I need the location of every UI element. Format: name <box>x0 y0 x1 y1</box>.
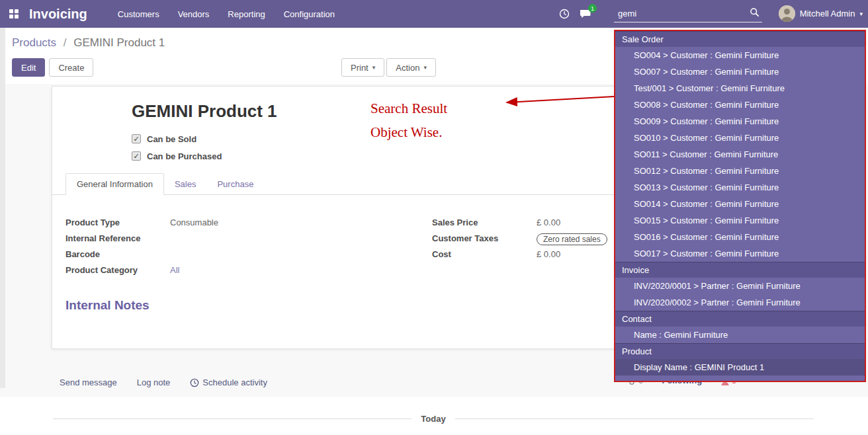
left-edge-strip <box>0 28 5 388</box>
nav-menu-item-customers[interactable]: Customers <box>118 7 159 22</box>
fields-right-column: Sales Price £ 0.00 Customer Taxes Zero r… <box>432 218 614 265</box>
nav-menu-item-configuration[interactable]: Configuration <box>284 7 335 22</box>
breadcrumb: Products / GEMINI Product 1 <box>12 36 165 50</box>
breadcrumb-separator: / <box>64 36 67 49</box>
field-label: Product Type <box>65 218 170 227</box>
annotation-arrow <box>498 91 617 111</box>
action-label: Action <box>396 63 419 73</box>
breadcrumb-current: GEMINI Product 1 <box>73 36 165 49</box>
search-result-item[interactable]: SO009 > Customer : Gemini Furniture <box>615 113 865 130</box>
search-icon[interactable] <box>750 7 760 19</box>
can-be-sold-checkbox[interactable]: ✓ <box>132 134 141 143</box>
field-label: Barcode <box>65 249 170 259</box>
avatar <box>779 5 795 22</box>
search-result-item[interactable]: SO010 > Customer : Gemini Furniture <box>615 130 865 146</box>
search-result-item[interactable]: SO012 > Customer : Gemini Furniture <box>615 163 865 179</box>
clock-icon <box>190 378 199 387</box>
search-results-dropdown: Sale OrderSO004 > Customer : Gemini Furn… <box>614 30 866 382</box>
annotation-text: Search Result Object Wise. <box>370 97 447 144</box>
apps-menu-icon[interactable] <box>9 9 19 19</box>
product-category-link[interactable]: All <box>170 265 179 275</box>
fields-left-column: Product Type Consumable Internal Referen… <box>65 218 423 281</box>
search-result-item[interactable]: Display Name : GEMINI Product 1 <box>615 359 865 376</box>
internal-reference-row: Internal Reference <box>65 233 423 246</box>
sales-price-row: Sales Price £ 0.00 <box>432 218 614 230</box>
search-result-item[interactable]: SO011 > Customer : Gemini Furniture <box>615 146 865 163</box>
navbar-search[interactable]: gemi <box>614 5 762 22</box>
search-result-item[interactable]: SO016 > Customer : Gemini Furniture <box>615 229 865 245</box>
search-result-item[interactable]: SO004 > Customer : Gemini Furniture <box>615 47 865 63</box>
notebook-tabs: General Information Sales Purchase <box>52 174 618 195</box>
customer-taxes-row: Customer Taxes Zero rated sales <box>432 233 614 246</box>
search-result-item[interactable]: SO017 > Customer : Gemini Furniture <box>615 245 865 262</box>
field-label: Internal Reference <box>65 233 170 243</box>
search-result-item[interactable]: Test/001 > Customer : Gemini Furniture <box>615 80 865 97</box>
product-category-row: Product Category All <box>65 265 423 278</box>
main-menu: CustomersVendorsReportingConfiguration <box>118 7 335 22</box>
check-icon: ✓ <box>133 152 139 161</box>
activities-icon[interactable] <box>559 9 570 21</box>
search-input[interactable]: gemi <box>614 9 750 19</box>
search-result-item[interactable]: INV/2020/0001 > Partner : Gemini Furnitu… <box>615 278 865 294</box>
product-type-value: Consumable <box>170 218 218 227</box>
search-group-sale-order: Sale Order <box>615 31 865 47</box>
can-be-sold-label: Can be Sold <box>147 134 196 144</box>
messages-badge: 1 <box>588 4 597 13</box>
product-type-row: Product Type Consumable <box>65 218 423 230</box>
date-divider: Today <box>53 414 814 424</box>
search-group-invoice: Invoice <box>615 262 865 278</box>
field-label: Sales Price <box>432 218 537 227</box>
action-dropdown-button[interactable]: Action ▾ <box>386 58 436 77</box>
cost-row: Cost £ 0.00 <box>432 249 614 262</box>
search-group-contact: Contact <box>615 311 865 327</box>
sales-price-value: £ 0.00 <box>537 218 560 227</box>
internal-notes-heading: Internal Notes <box>65 298 150 313</box>
search-result-item[interactable]: SO008 > Customer : Gemini Furniture <box>615 97 865 113</box>
app-title[interactable]: Invoicing <box>29 7 87 22</box>
search-result-item[interactable]: SO013 > Customer : Gemini Furniture <box>615 179 865 196</box>
send-message-button[interactable]: Send message <box>60 377 117 387</box>
search-result-item[interactable]: SO007 > Customer : Gemini Furniture <box>615 63 865 80</box>
search-result-item[interactable]: SO015 > Customer : Gemini Furniture <box>615 212 865 229</box>
create-button[interactable]: Create <box>49 58 93 77</box>
search-result-item[interactable]: SO014 > Customer : Gemini Furniture <box>615 196 865 212</box>
nav-menu-item-vendors[interactable]: Vendors <box>178 7 210 22</box>
tab-purchase[interactable]: Purchase <box>206 174 264 194</box>
print-dropdown-button[interactable]: Print ▾ <box>341 58 384 77</box>
field-label: Product Category <box>65 265 170 275</box>
can-be-purchased-label: Can be Purchased <box>147 151 222 161</box>
check-icon: ✓ <box>133 135 139 143</box>
product-form-sheet: GEMINI Product 1 ✓ Can be Sold ✓ Can be … <box>52 86 619 349</box>
print-label: Print <box>351 63 369 73</box>
tab-general-information[interactable]: General Information <box>65 173 164 195</box>
barcode-row: Barcode <box>65 249 423 262</box>
cost-value: £ 0.00 <box>537 249 560 259</box>
today-label: Today <box>412 414 455 424</box>
user-menu[interactable]: Mitchell Admin ▾ <box>779 5 863 22</box>
nav-menu-item-reporting[interactable]: Reporting <box>228 7 265 22</box>
field-label: Cost <box>432 249 537 259</box>
tab-sales[interactable]: Sales <box>164 174 207 194</box>
search-result-item[interactable]: Name : Gemini Furniture <box>615 327 865 343</box>
chevron-down-icon: ▾ <box>859 11 863 17</box>
schedule-activity-button[interactable]: Schedule activity <box>190 377 267 387</box>
log-note-button[interactable]: Log note <box>137 377 171 387</box>
product-title: GEMINI Product 1 <box>132 101 277 122</box>
schedule-activity-label: Schedule activity <box>202 377 267 387</box>
user-name: Mitchell Admin <box>800 9 855 19</box>
can-be-purchased-checkbox[interactable]: ✓ <box>132 151 141 161</box>
annotation-line1: Search Result <box>370 97 447 120</box>
edit-button[interactable]: Edit <box>12 58 45 77</box>
chevron-down-icon: ▾ <box>372 64 376 71</box>
breadcrumb-products-link[interactable]: Products <box>12 36 56 49</box>
search-result-item[interactable]: INV/2020/0002 > Partner : Gemini Furnitu… <box>615 294 865 311</box>
annotation-line2: Object Wise. <box>370 120 447 144</box>
field-label: Customer Taxes <box>432 233 537 243</box>
customer-taxes-tag[interactable]: Zero rated sales <box>537 233 607 245</box>
chatter-toolbar: Send message Log note Schedule activity <box>60 377 267 387</box>
chevron-down-icon: ▾ <box>423 64 427 71</box>
search-group-product: Product <box>615 343 865 359</box>
top-navbar: Invoicing CustomersVendorsReportingConfi… <box>0 0 868 28</box>
